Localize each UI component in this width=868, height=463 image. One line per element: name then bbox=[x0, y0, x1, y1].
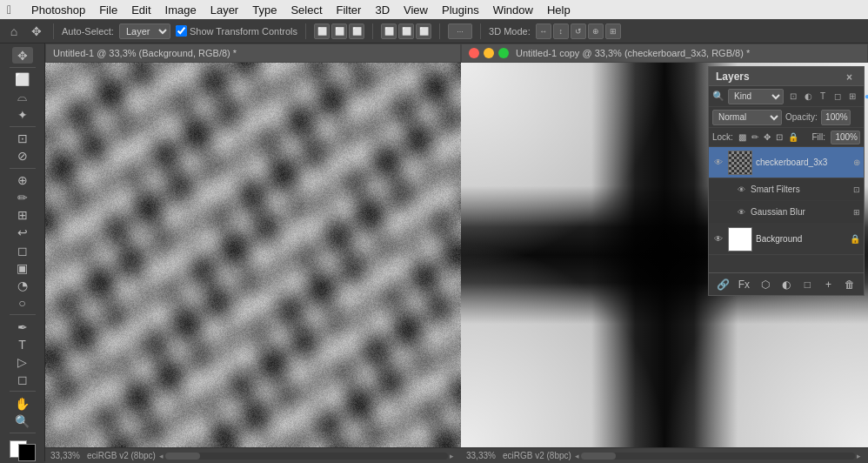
clone-tool[interactable]: ⊞ bbox=[12, 207, 33, 224]
dodge-tool[interactable]: ○ bbox=[12, 294, 33, 311]
more-options-btn[interactable]: ··· bbox=[448, 23, 472, 39]
doc1-scroll-thumb[interactable] bbox=[165, 453, 200, 460]
filter-toggle-icon[interactable]: ● bbox=[861, 91, 868, 103]
layer-row-checkerboard[interactable]: 👁 checkerboard_3x3 ⊕ bbox=[709, 147, 864, 178]
doc2-scrollbar[interactable] bbox=[581, 453, 855, 460]
sublayer-eye-smart-filters[interactable]: 👁 bbox=[735, 184, 747, 196]
menu-help[interactable]: Help bbox=[542, 2, 576, 18]
menu-photoshop[interactable]: Photoshop bbox=[26, 2, 90, 18]
close-traffic-light[interactable] bbox=[469, 48, 479, 58]
3d-btn2[interactable]: ↕ bbox=[553, 23, 569, 39]
align-right-btn[interactable]: ⬜ bbox=[349, 23, 364, 39]
lock-all-icon[interactable]: 🔒 bbox=[788, 132, 798, 142]
doc1-canvas[interactable] bbox=[45, 63, 461, 447]
eraser-tool[interactable]: ◻ bbox=[12, 242, 33, 258]
pen-tool[interactable]: ✒ bbox=[12, 319, 33, 335]
menu-image[interactable]: Image bbox=[160, 2, 202, 18]
layer-row-background[interactable]: 👁 Background 🔒 bbox=[709, 224, 864, 255]
3d-btn1[interactable]: ↔ bbox=[536, 23, 551, 39]
layers-mask-icon[interactable]: ⬡ bbox=[758, 277, 773, 292]
doc2-scroll-arrow-right[interactable]: ▸ bbox=[857, 452, 861, 460]
brush-tool[interactable]: ✏ bbox=[12, 190, 33, 206]
transform-controls-checkbox[interactable] bbox=[176, 25, 187, 37]
marquee-tool[interactable]: ⬜ bbox=[12, 71, 33, 88]
doc1-canvas-element bbox=[45, 63, 461, 447]
doc2-scroll-arrow-left[interactable]: ◂ bbox=[575, 452, 579, 460]
lock-move-icon[interactable]: ✥ bbox=[764, 132, 771, 142]
layers-fx-icon[interactable]: Fx bbox=[736, 277, 751, 292]
path-select-tool[interactable]: ▷ bbox=[12, 353, 33, 370]
home-icon[interactable]: ⌂ bbox=[5, 23, 23, 40]
filter-smart-icon[interactable]: ⊞ bbox=[846, 91, 858, 103]
eyedropper-tool[interactable]: ⊘ bbox=[12, 148, 33, 164]
lock-transparent-icon[interactable]: ▩ bbox=[738, 132, 746, 142]
sublayer-eye-gaussian-blur[interactable]: 👁 bbox=[735, 206, 747, 218]
menu-select[interactable]: Select bbox=[285, 2, 327, 18]
layer-thumb-checkerboard bbox=[728, 151, 752, 175]
background-color[interactable] bbox=[18, 444, 36, 461]
doc1-color: eciRGB v2 (8bpc) bbox=[87, 451, 156, 460]
auto-select-dropdown[interactable]: Layer Group bbox=[119, 23, 170, 39]
color-swatch[interactable] bbox=[10, 440, 36, 461]
wand-tool[interactable]: ✦ bbox=[12, 106, 33, 123]
blur-tool[interactable]: ◔ bbox=[12, 277, 33, 293]
filter-shape-icon[interactable]: ◻ bbox=[831, 91, 844, 103]
opacity-input[interactable] bbox=[821, 110, 851, 125]
doc2-scroll-thumb[interactable] bbox=[581, 453, 616, 460]
move-tool-icon[interactable]: ✥ bbox=[28, 23, 45, 40]
menu-edit[interactable]: Edit bbox=[126, 2, 156, 18]
zoom-tool[interactable]: 🔍 bbox=[12, 413, 33, 429]
layers-kind-select[interactable]: Kind Name Effect Mode Attribute Color bbox=[728, 89, 784, 104]
menu-filter[interactable]: Filter bbox=[331, 2, 367, 18]
align-left-btn[interactable]: ⬜ bbox=[314, 23, 330, 39]
layers-delete-icon[interactable]: 🗑 bbox=[842, 277, 858, 292]
gradient-tool[interactable]: ▣ bbox=[12, 259, 33, 276]
transform-controls-label[interactable]: Show Transform Controls bbox=[176, 25, 297, 37]
search-icon: 🔍 bbox=[712, 91, 724, 102]
layer-eye-checkerboard[interactable]: 👁 bbox=[712, 157, 724, 169]
filter-adjustment-icon[interactable]: ◐ bbox=[802, 91, 814, 103]
history-brush[interactable]: ↩ bbox=[12, 225, 33, 241]
lock-artboard-icon[interactable]: ⊡ bbox=[776, 132, 783, 142]
fill-input[interactable] bbox=[831, 131, 860, 144]
filter-pixel-icon[interactable]: ⊡ bbox=[787, 91, 799, 103]
distribute-center-btn[interactable]: ⬜ bbox=[398, 23, 414, 39]
layer-info-background: Background bbox=[756, 234, 846, 244]
text-tool[interactable]: T bbox=[12, 336, 33, 352]
layers-group-icon[interactable]: □ bbox=[799, 277, 815, 292]
doc1-scroll-arrow-left[interactable]: ◂ bbox=[159, 452, 164, 460]
lasso-tool[interactable]: ⌓ bbox=[12, 89, 33, 105]
layer-eye-background[interactable]: 👁 bbox=[712, 233, 724, 245]
distribute-top-btn[interactable]: ⬜ bbox=[381, 23, 397, 39]
layers-panel: Layers × 🔍 Kind Name Effect Mode Attribu… bbox=[708, 66, 865, 296]
3d-btn4[interactable]: ⊕ bbox=[588, 23, 604, 39]
layers-new-layer-icon[interactable]: + bbox=[821, 277, 837, 292]
menu-type[interactable]: Type bbox=[247, 2, 282, 18]
tool-divider-1 bbox=[10, 67, 36, 68]
layers-panel-close[interactable]: × bbox=[846, 71, 857, 82]
minimize-traffic-light[interactable] bbox=[484, 48, 494, 58]
layers-link-icon[interactable]: 🔗 bbox=[715, 277, 731, 292]
zoom-traffic-light[interactable] bbox=[498, 48, 509, 58]
doc1-scrollbar[interactable] bbox=[165, 453, 448, 460]
distribute-bottom-btn[interactable]: ⬜ bbox=[416, 23, 431, 39]
3d-btn5[interactable]: ⊞ bbox=[605, 23, 621, 39]
hand-tool[interactable]: ✋ bbox=[12, 395, 33, 412]
layers-blend-mode-select[interactable]: Normal Dissolve Multiply Screen Overlay bbox=[712, 110, 782, 125]
menu-view[interactable]: View bbox=[398, 2, 433, 18]
menu-plugins[interactable]: Plugins bbox=[437, 2, 484, 18]
layers-adjustment-icon[interactable]: ◐ bbox=[778, 277, 794, 292]
menu-window[interactable]: Window bbox=[488, 2, 538, 18]
menu-layer[interactable]: Layer bbox=[205, 2, 244, 18]
move-tool[interactable]: ✥ bbox=[12, 47, 33, 64]
align-center-btn[interactable]: ⬜ bbox=[331, 23, 347, 39]
filter-type-icon[interactable]: T bbox=[817, 91, 829, 103]
heal-tool[interactable]: ⊕ bbox=[12, 172, 33, 189]
shape-tool[interactable]: ◻ bbox=[12, 371, 33, 387]
menu-file[interactable]: File bbox=[94, 2, 123, 18]
lock-brush-icon[interactable]: ✏ bbox=[751, 132, 758, 142]
menu-3d[interactable]: 3D bbox=[370, 2, 395, 18]
crop-tool[interactable]: ⊡ bbox=[12, 131, 33, 147]
3d-btn3[interactable]: ↺ bbox=[571, 23, 586, 39]
doc1-scroll-arrow-right[interactable]: ▸ bbox=[450, 452, 454, 460]
